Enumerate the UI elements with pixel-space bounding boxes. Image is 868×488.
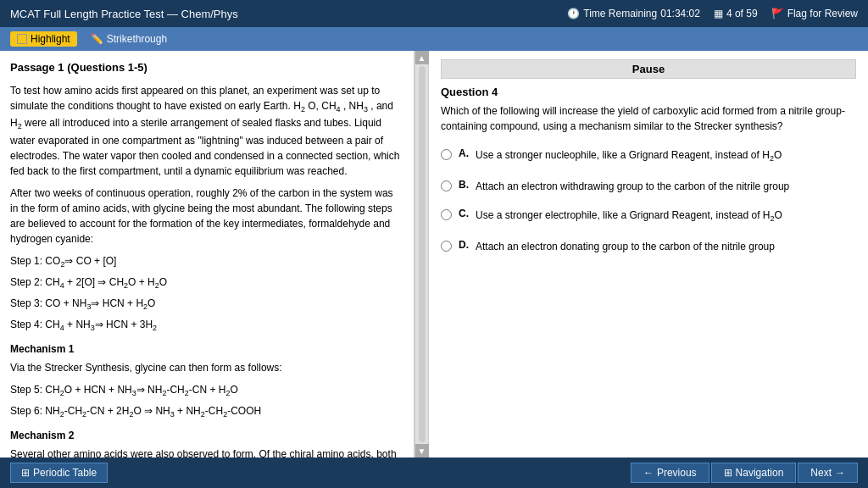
- next-button[interactable]: Next →: [798, 463, 858, 483]
- scroll-up-button[interactable]: ▲: [415, 51, 429, 64]
- toolbar-left: Highlight ✏️ Strikethrough: [10, 31, 167, 47]
- main-content: Passage 1 (Questions 1-5) To test how am…: [0, 51, 868, 458]
- periodic-table-label: Periodic Table: [33, 467, 97, 479]
- answer-text-d: Attach an electron donating group to the…: [476, 239, 775, 254]
- answer-radio-c[interactable]: [441, 209, 452, 220]
- nav-buttons: ← Previous ⊞ Navigation Next →: [631, 463, 858, 483]
- step-5: Step 5: CH2O + HCN + NH3⇒ NH2-CH2-CN + H…: [10, 382, 403, 400]
- mechanism-1-header: Mechanism 1: [10, 341, 403, 357]
- navigation-label: Navigation: [736, 467, 784, 479]
- toolbar: Highlight ✏️ Strikethrough: [0, 27, 868, 51]
- clock-icon: 🕐: [567, 8, 580, 19]
- navigation-icon: ⊞: [724, 467, 732, 479]
- scroll-indicator: ▲ ▼: [415, 51, 429, 458]
- highlight-button[interactable]: Highlight: [10, 31, 77, 47]
- passage-paragraph-1: To test how amino acids first appeared o…: [10, 83, 403, 180]
- time-remaining: 🕐 Time Remaining 01:34:02: [567, 8, 700, 19]
- step-6: Step 6: NH2-CH2-CN + 2H2O ⇒ NH3 + NH2-CH…: [10, 403, 403, 421]
- time-value: 01:34:02: [660, 8, 700, 19]
- pause-banner: Pause: [441, 59, 856, 79]
- mechanism-1-intro: Via the Strecker Synthesis, glycine can …: [10, 360, 403, 375]
- scroll-down-button[interactable]: ▼: [415, 444, 429, 458]
- time-label: Time Remaining: [583, 8, 657, 19]
- periodic-table-button[interactable]: ⊞ Periodic Table: [10, 463, 108, 483]
- previous-icon: ←: [643, 467, 654, 479]
- passage-panel[interactable]: Passage 1 (Questions 1-5) To test how am…: [0, 51, 415, 458]
- next-label: Next: [810, 467, 832, 479]
- answer-text-a: Use a stronger nucleophile, like a Grign…: [476, 147, 782, 165]
- flag-label: Flag for Review: [787, 8, 858, 19]
- flag-for-review-button[interactable]: 🚩 Flag for Review: [771, 8, 858, 19]
- strikethrough-icon: ✏️: [91, 33, 103, 45]
- step-2: Step 2: CH4 + 2[O] ⇒ CH2O + H2O: [10, 274, 403, 292]
- step-3: Step 3: CO + NH3⇒ HCN + H2O: [10, 296, 403, 313]
- question-panel: Pause Question 4 Which of the following …: [429, 51, 868, 458]
- previous-button[interactable]: ← Previous: [631, 463, 709, 483]
- highlight-icon: [17, 34, 27, 44]
- answer-label-d: D.: [459, 239, 469, 251]
- answer-text-c: Use a stronger electrophile, like a Grig…: [476, 208, 782, 225]
- answer-option-c[interactable]: C. Use a stronger electrophile, like a G…: [441, 208, 856, 225]
- next-icon: →: [835, 467, 845, 479]
- strikethrough-label: Strikethrough: [107, 33, 167, 45]
- answer-option-b[interactable]: B. Attach an electron withdrawing group …: [441, 179, 856, 194]
- mechanism-2-header: Mechanism 2: [10, 428, 403, 443]
- question-count-icon: ▦: [714, 8, 723, 19]
- previous-label: Previous: [657, 467, 697, 479]
- top-bar: MCAT Full Length Practice Test — Chem/Ph…: [0, 0, 868, 27]
- question-count: ▦ 4 of 59: [714, 8, 758, 19]
- passage-paragraph-2: After two weeks of continuous operation,…: [10, 186, 403, 247]
- bottom-bar: ⊞ Periodic Table ← Previous ⊞ Navigation…: [0, 458, 868, 488]
- answer-label-b: B.: [459, 179, 469, 191]
- navigation-button[interactable]: ⊞ Navigation: [711, 463, 797, 483]
- question-count-value: 4 of 59: [726, 8, 758, 19]
- question-text: Which of the following will increase the…: [441, 103, 856, 134]
- answer-radio-d[interactable]: [441, 241, 452, 252]
- answer-option-d[interactable]: D. Attach an electron donating group to …: [441, 239, 856, 254]
- flag-icon: 🚩: [771, 8, 784, 19]
- answer-radio-b[interactable]: [441, 180, 452, 191]
- question-number: Question 4: [441, 86, 856, 98]
- answer-text-b: Attach an electron withdrawing group to …: [476, 179, 789, 194]
- top-bar-right: 🕐 Time Remaining 01:34:02 ▦ 4 of 59 🚩 Fl…: [567, 8, 858, 19]
- step-1: Step 1: CO2⇒ CO + [O]: [10, 253, 403, 271]
- answer-radio-a[interactable]: [441, 149, 452, 160]
- highlight-label: Highlight: [31, 33, 70, 45]
- strikethrough-button[interactable]: ✏️ Strikethrough: [91, 33, 167, 45]
- answer-label-a: A.: [459, 147, 469, 159]
- step-4: Step 4: CH4 + NH3⇒ HCN + 3H2: [10, 317, 403, 335]
- passage-title: Passage 1 (Questions 1-5): [10, 59, 403, 76]
- answer-label-c: C.: [459, 208, 469, 219]
- periodic-table-icon: ⊞: [21, 467, 30, 479]
- mechanism-2-paragraph: Several other amino acids were also obse…: [10, 446, 403, 458]
- answer-option-a[interactable]: A. Use a stronger nucleophile, like a Gr…: [441, 147, 856, 165]
- app-title: MCAT Full Length Practice Test — Chem/Ph…: [10, 8, 238, 20]
